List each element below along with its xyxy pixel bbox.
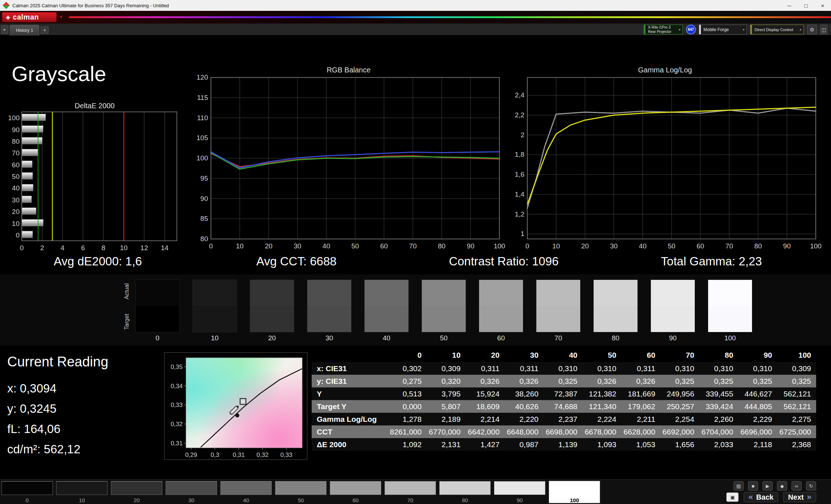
table-cell: 6678,000: [582, 425, 621, 438]
rgb-balance-chart-panel: RGB Balance 0102030405060708090100808590…: [192, 66, 505, 252]
settings-gear-button[interactable]: ⚙: [807, 25, 817, 34]
level-patch-50[interactable]: 50: [275, 480, 327, 504]
level-patch-0[interactable]: 0: [1, 480, 53, 504]
table-col-header: 30: [504, 348, 543, 362]
svg-text:6: 6: [81, 244, 85, 252]
back-button[interactable]: « Back: [744, 492, 778, 502]
svg-text:80: 80: [754, 242, 762, 250]
level-patch-90[interactable]: 90: [494, 480, 545, 504]
continuous-measure-button[interactable]: ∞: [791, 481, 802, 491]
table-cell: 444,805: [738, 400, 777, 413]
swatch-target-half: [136, 306, 179, 332]
swatch-actual-half: [250, 280, 294, 306]
next-label: Next: [788, 493, 803, 501]
svg-text:2,4: 2,4: [515, 91, 525, 99]
history-pane-toggle-button[interactable]: ▸: [1, 25, 8, 34]
svg-text:90: 90: [12, 126, 20, 134]
next-button[interactable]: Next »: [783, 492, 816, 502]
swatch-label: 30: [307, 334, 351, 342]
logo-menu-chevron-icon[interactable]: ▼: [59, 15, 63, 19]
level-patch-100[interactable]: 100: [549, 480, 600, 504]
refresh-button[interactable]: ↻: [806, 481, 816, 491]
swatch-actual-half: [594, 280, 637, 306]
target-axis-label: Target: [124, 311, 130, 333]
meter-select[interactable]: X-Rite i1Pro 3 Rear Projector ▼: [644, 25, 683, 34]
patch-label: 60: [330, 497, 381, 503]
table-corner-cell: [312, 348, 388, 362]
play-button[interactable]: ▶: [763, 481, 773, 491]
level-patch-80[interactable]: 80: [439, 480, 491, 504]
back-label: Back: [756, 493, 774, 501]
level-patch-70[interactable]: 70: [385, 480, 436, 504]
calman-logo[interactable]: ◈ calman: [2, 12, 57, 22]
level-patch-30[interactable]: 30: [166, 480, 217, 504]
table-cell: 0,326: [622, 375, 660, 387]
svg-text:120: 120: [196, 74, 208, 81]
level-patch-40[interactable]: 40: [220, 480, 272, 504]
table-row: Gamma Log/Log1,2782,1892,2142,2202,2372,…: [312, 413, 816, 425]
swatch-label: 70: [536, 334, 580, 342]
level-patch-10[interactable]: 10: [56, 480, 108, 504]
grayscale-swatch-30: 30: [307, 280, 352, 332]
gamma-chart: 010203040506070809010011,21,41,61,822,22…: [508, 74, 822, 252]
meter-count-badge[interactable]: 647: [686, 25, 696, 34]
panel-toggle-button[interactable]: ◫: [820, 25, 827, 34]
table-cell: 1,278: [388, 413, 427, 425]
swatch-actual-half: [536, 280, 580, 306]
display-button[interactable]: ▤: [734, 481, 744, 491]
table-cell: 2,368: [777, 438, 816, 451]
maximize-button[interactable]: □: [798, 0, 814, 11]
patch-label: 20: [111, 497, 162, 503]
grayscale-swatch-20: 20: [250, 280, 294, 332]
table-cell: 0,326: [466, 375, 504, 387]
svg-text:100: 100: [494, 242, 505, 250]
swatch-actual-half: [479, 280, 523, 306]
table-cell: 3,795: [427, 387, 465, 400]
tab-history-1[interactable]: History 1: [10, 25, 39, 35]
rainbow-divider: [69, 16, 831, 18]
level-patch-60[interactable]: 60: [330, 480, 381, 504]
svg-text:90: 90: [467, 242, 474, 250]
table-cell: 2,220: [504, 413, 543, 425]
svg-text:40: 40: [12, 184, 20, 192]
pattern-controls: ▤ ■ ▶ ◆ ∞ ↻: [734, 481, 816, 491]
patch-color: [494, 481, 545, 495]
meter-name: X-Rite i1Pro 3: [648, 25, 671, 30]
table-cell: 339,455: [699, 387, 738, 400]
stop-button[interactable]: ■: [748, 481, 758, 491]
svg-text:100: 100: [196, 154, 208, 162]
close-button[interactable]: ×: [814, 0, 831, 11]
avg-cct-stat: Avg CCT: 6688: [256, 255, 336, 268]
svg-text:80: 80: [200, 235, 208, 243]
table-cell: 0,325: [660, 375, 699, 387]
table-cell: 6648,000: [504, 425, 543, 438]
swatch-actual-half: [651, 280, 695, 306]
table-cell: 0,310: [699, 362, 738, 375]
measure-button[interactable]: ◆: [777, 481, 787, 491]
svg-text:70: 70: [726, 242, 733, 250]
table-cell: 15,924: [466, 387, 504, 400]
display-control-select[interactable]: Direct Display Control ▼: [750, 25, 804, 34]
swatch-actual-half: [193, 280, 237, 306]
table-cell: 0,310: [660, 362, 699, 375]
add-tab-button[interactable]: +: [41, 26, 49, 34]
svg-text:80: 80: [12, 138, 20, 145]
table-cell: 0,325: [777, 375, 816, 387]
minimize-button[interactable]: ─: [781, 0, 798, 11]
swatch-label: 20: [250, 334, 294, 342]
svg-text:2,2: 2,2: [515, 111, 524, 119]
patch-label: 0: [1, 497, 53, 503]
source-select[interactable]: Mobile Forge ▼: [699, 25, 747, 34]
patch-label: 90: [494, 497, 545, 503]
table-row-label: Target Y: [312, 400, 388, 413]
level-patch-20[interactable]: 20: [111, 480, 162, 504]
current-reading-panel: Current Reading x: 0,3094 y: 0,3245 fL: …: [7, 354, 108, 459]
svg-text:0,35: 0,35: [171, 364, 183, 370]
swatch-label: 90: [651, 334, 695, 342]
brand-name: calman: [13, 13, 39, 21]
table-cell: 6692,000: [660, 425, 699, 438]
title-bar: Calman 2025 Calman Ultimate for Business…: [0, 0, 831, 11]
swatch-target-half: [422, 306, 466, 332]
pattern-window-button[interactable]: ▣: [726, 492, 739, 502]
next-icon: »: [807, 492, 811, 502]
